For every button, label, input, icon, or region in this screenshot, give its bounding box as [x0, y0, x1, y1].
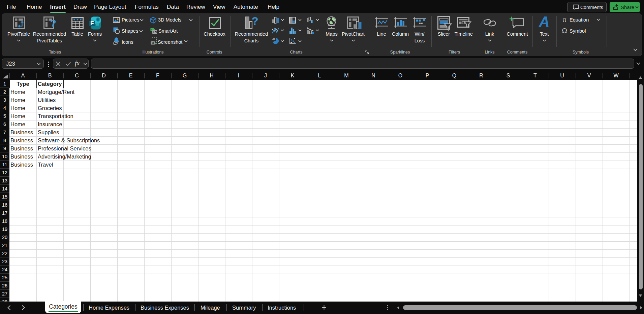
svg-text:?: ?	[50, 18, 56, 29]
svg-text:F: F	[90, 20, 94, 26]
svg-text:π: π	[563, 16, 566, 23]
svg-text:A: A	[539, 15, 550, 29]
svg-text:Ω: Ω	[562, 27, 567, 34]
svg-text:?: ?	[251, 16, 258, 27]
